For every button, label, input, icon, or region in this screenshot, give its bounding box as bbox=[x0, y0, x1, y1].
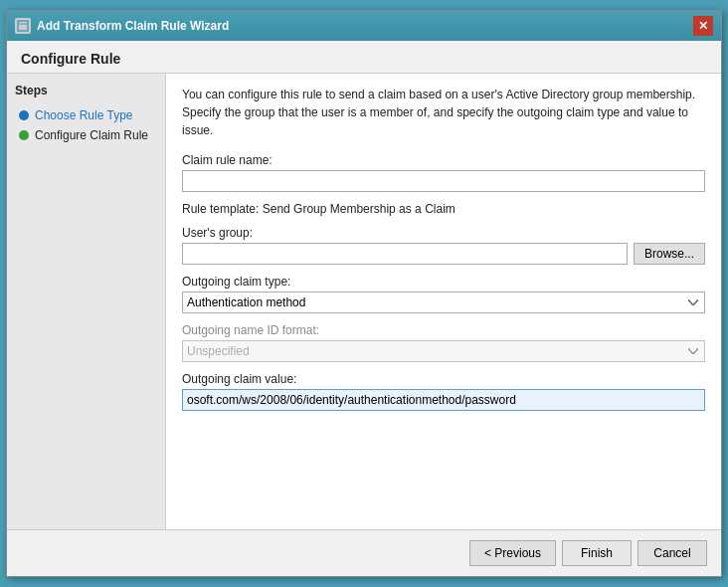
cancel-button[interactable]: Cancel bbox=[637, 540, 707, 566]
rule-template-text: Rule template: Send Group Membership as … bbox=[182, 202, 455, 216]
outgoing-name-id-container: Unspecified bbox=[182, 340, 705, 362]
browse-button[interactable]: Browse... bbox=[634, 243, 705, 265]
sidebar-item-configure-claim-rule[interactable]: Configure Claim Rule bbox=[15, 125, 157, 145]
outgoing-claim-type-group: Outgoing claim type: Authentication meth… bbox=[182, 275, 705, 313]
outgoing-claim-value-group: Outgoing claim value: bbox=[182, 372, 705, 411]
main-content: You can configure this rule to send a cl… bbox=[166, 74, 721, 529]
users-group-label: User's group: bbox=[182, 226, 705, 240]
close-button[interactable]: ✕ bbox=[693, 16, 713, 36]
outgoing-name-id-select[interactable]: Unspecified bbox=[182, 340, 705, 362]
window-icon bbox=[15, 18, 31, 34]
claim-rule-name-input[interactable] bbox=[182, 170, 705, 192]
content-area: Steps Choose Rule Type Configure Claim R… bbox=[7, 74, 721, 529]
description-text: You can configure this rule to send a cl… bbox=[182, 86, 705, 139]
finish-button[interactable]: Finish bbox=[562, 540, 632, 566]
window-title: Add Transform Claim Rule Wizard bbox=[37, 19, 229, 33]
claim-rule-name-label: Claim rule name: bbox=[182, 153, 705, 167]
sidebar-item-label-1: Choose Rule Type bbox=[35, 108, 133, 122]
outgoing-name-id-label: Outgoing name ID format: bbox=[182, 323, 705, 337]
users-group-group: User's group: Browse... bbox=[182, 226, 705, 265]
claim-rule-name-group: Claim rule name: bbox=[182, 153, 705, 192]
svg-rect-0 bbox=[18, 21, 28, 31]
title-bar: Add Transform Claim Rule Wizard ✕ bbox=[7, 11, 721, 41]
page-title: Configure Rule bbox=[7, 41, 721, 74]
footer: < Previous Finish Cancel bbox=[7, 529, 721, 576]
outgoing-claim-type-select[interactable]: Authentication method bbox=[182, 292, 705, 313]
rule-template-group: Rule template: Send Group Membership as … bbox=[182, 202, 705, 216]
outgoing-claim-value-label: Outgoing claim value: bbox=[182, 372, 705, 386]
users-group-input[interactable] bbox=[182, 243, 628, 265]
window-body: Configure Rule Steps Choose Rule Type Co… bbox=[7, 41, 721, 576]
sidebar-item-choose-rule-type[interactable]: Choose Rule Type bbox=[15, 105, 157, 125]
sidebar: Steps Choose Rule Type Configure Claim R… bbox=[7, 74, 166, 529]
main-window: Add Transform Claim Rule Wizard ✕ Config… bbox=[6, 10, 722, 577]
outgoing-claim-value-input[interactable] bbox=[182, 389, 705, 411]
step-indicator-1 bbox=[19, 110, 29, 120]
outgoing-claim-type-label: Outgoing claim type: bbox=[182, 275, 705, 289]
sidebar-title: Steps bbox=[15, 84, 157, 98]
outgoing-claim-type-container: Authentication method bbox=[182, 292, 705, 313]
step-indicator-2 bbox=[19, 130, 29, 140]
users-group-row: Browse... bbox=[182, 243, 705, 265]
sidebar-item-label-2: Configure Claim Rule bbox=[35, 128, 148, 142]
outgoing-name-id-group: Outgoing name ID format: Unspecified bbox=[182, 323, 705, 362]
previous-button[interactable]: < Previous bbox=[469, 540, 556, 566]
